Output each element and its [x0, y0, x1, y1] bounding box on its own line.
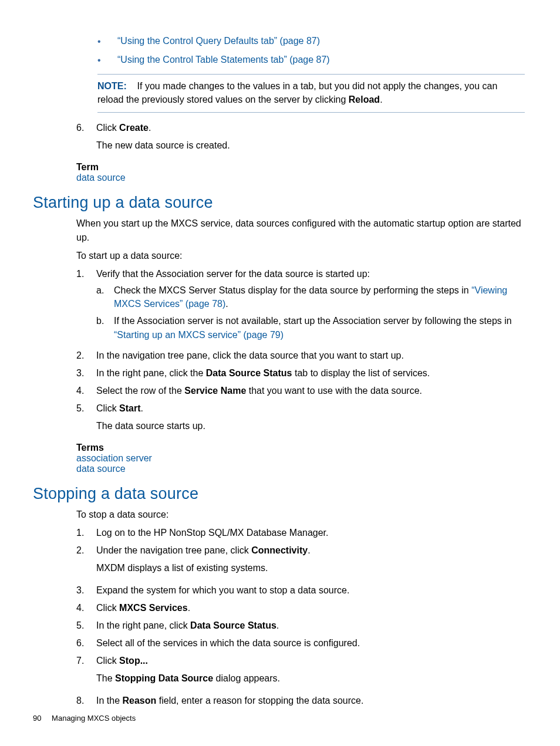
substep-letter: b. [96, 314, 114, 341]
list-item: 8. In the Reason field, enter a reason f… [76, 694, 525, 708]
note-text: If you made changes to the values in a t… [97, 81, 497, 104]
step-text: Select all of the services in which the … [96, 636, 525, 650]
starting-lead: To start up a data source: [76, 249, 525, 262]
list-item: 3. Expand the system for which you want … [76, 583, 525, 598]
step-text-end: field, enter a reason for stopping the d… [156, 696, 363, 706]
step-bold: Connectivity [251, 545, 308, 555]
step-text: In the [96, 696, 122, 706]
list-item: 7. Click Stop... The Stopping Data Sourc… [76, 654, 525, 690]
terms-heading: Terms [76, 443, 525, 453]
term-link-association-server[interactable]: association server [76, 453, 152, 463]
step-result-pre: The [96, 673, 115, 683]
page-number: 90 [33, 714, 41, 723]
substep-text: Check the MXCS Server Status display for… [114, 285, 471, 295]
term-link-data-source[interactable]: data source [76, 173, 126, 183]
stopping-lead: To stop a data source: [76, 508, 525, 521]
step-result-bold: Stopping Data Source [115, 673, 213, 683]
link-control-query-defaults[interactable]: “Using the Control Query Defaults tab” (… [117, 36, 320, 46]
list-item: 5. In the right pane, click Data Source … [76, 619, 525, 633]
step-result: The data source starts up. [96, 419, 525, 433]
step-6-container: 6. Click Create. The new data source is … [76, 121, 525, 183]
bullet-item: “Using the Control Query Defaults tab” (… [97, 34, 525, 48]
list-item: 1. Log on to the HP NonStop SQL/MX Datab… [76, 526, 525, 540]
step-text-end: . [141, 403, 143, 413]
step-number: 3. [76, 366, 96, 380]
step-bold: Data Source Status [206, 368, 292, 378]
list-item: 5. Click Start. The data source starts u… [76, 401, 525, 438]
step-number: 7. [76, 654, 96, 690]
step-text: Click [96, 603, 119, 613]
step-text-end: that you want to use with the data sourc… [246, 386, 422, 396]
term-link-data-source[interactable]: data source [76, 464, 126, 474]
step-text: Click [96, 656, 119, 666]
step-text: In the navigation tree pane, click the d… [96, 349, 525, 363]
term-heading: Term [76, 162, 525, 173]
chapter-title: Managing MXCS objects [52, 714, 136, 723]
step-number: 1. [76, 526, 96, 540]
list-item: 2. Under the navigation tree pane, click… [76, 544, 525, 580]
list-item: 2. In the navigation tree pane, click th… [76, 349, 525, 363]
list-item: 4. Click MXCS Services. [76, 601, 525, 615]
substep-text: If the Association server is not availab… [114, 316, 512, 326]
list-item: 6. Click Create. The new data source is … [76, 121, 525, 157]
step-bold: Data Source Status [190, 620, 276, 630]
heading-starting-data-source: Starting up a data source [33, 194, 525, 212]
step-number: 4. [76, 384, 96, 398]
list-item: b. If the Association server is not avai… [96, 314, 525, 341]
step-text-end: . [149, 123, 151, 133]
step-number: 5. [76, 401, 96, 438]
step-text: Select the row of the [96, 386, 184, 396]
link-starting-mxcs-service[interactable]: “Starting up an MXCS service” (page 79) [114, 330, 284, 340]
starting-intro: When you start up the MXCS service, data… [76, 217, 525, 244]
step-text: In the right pane, click the [96, 368, 206, 378]
step-bold: Service Name [184, 386, 246, 396]
list-item: 4. Select the row of the Service Name th… [76, 384, 525, 398]
step-text: Expand the system for which you want to … [96, 583, 525, 598]
continuation-block: “Using the Control Query Defaults tab” (… [97, 34, 525, 113]
note-box: NOTE: If you made changes to the values … [97, 74, 525, 113]
step-result: The new data source is created. [96, 139, 525, 153]
list-item: 6. Select all of the services in which t… [76, 636, 525, 650]
note-text-end: . [380, 94, 382, 104]
step-number: 2. [76, 349, 96, 363]
step-text-end: . [188, 603, 190, 613]
step-bold: MXCS Services [119, 603, 188, 613]
bullet-item: “Using the Control Table Statements tab”… [97, 53, 525, 67]
step-number: 6. [76, 121, 96, 157]
step-bold: Reason [122, 696, 156, 706]
step-number: 4. [76, 601, 96, 615]
note-label: NOTE: [97, 81, 127, 91]
step-text-end: tab to display the list of services. [292, 368, 430, 378]
step-bold: Create [119, 123, 149, 133]
substep-letter: a. [96, 283, 114, 310]
substep-text-end: . [225, 299, 228, 309]
step-text: Verify that the Association server for t… [96, 269, 370, 279]
step-text-end: . [276, 620, 279, 630]
step-number: 3. [76, 583, 96, 598]
heading-stopping-data-source: Stopping a data source [33, 485, 525, 503]
list-item: 1. Verify that the Association server fo… [76, 267, 525, 345]
list-item: a. Check the MXCS Server Status display … [96, 283, 525, 310]
step-number: 2. [76, 544, 96, 580]
step-bold: Start [119, 403, 140, 413]
step-number: 1. [76, 267, 96, 345]
step-text: Under the navigation tree pane, click [96, 545, 251, 555]
step-number: 6. [76, 636, 96, 650]
step-number: 8. [76, 694, 96, 708]
page-footer: 90 Managing MXCS objects [33, 714, 136, 723]
step-text: In the right pane, click [96, 620, 190, 630]
step-text: Log on to the HP NonStop SQL/MX Database… [96, 526, 525, 540]
step-text-end: . [308, 545, 310, 555]
note-bold: Reload [349, 94, 380, 104]
step-text: Click [96, 403, 119, 413]
step-bold: Stop... [119, 656, 148, 666]
link-control-table-statements[interactable]: “Using the Control Table Statements tab”… [117, 55, 330, 65]
bullet-list: “Using the Control Query Defaults tab” (… [97, 34, 525, 67]
step-result-post: dialog appears. [213, 673, 280, 683]
list-item: 3. In the right pane, click the Data Sou… [76, 366, 525, 380]
step-text: Click [96, 123, 119, 133]
step-number: 5. [76, 619, 96, 633]
step-result: MXDM displays a list of existing systems… [96, 561, 525, 575]
